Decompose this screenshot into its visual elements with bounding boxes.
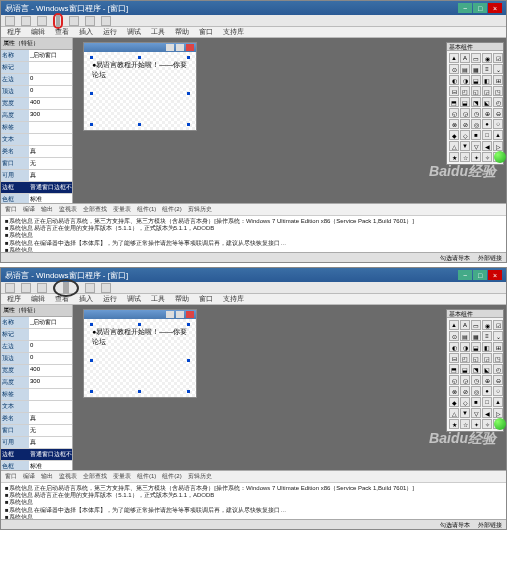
toolbox-tool[interactable]: ✦ bbox=[471, 419, 481, 429]
property-value[interactable]: 真 bbox=[29, 170, 72, 181]
property-value[interactable]: 0 bbox=[29, 353, 72, 364]
toolbox-tool[interactable]: ★ bbox=[449, 419, 459, 429]
tab-item[interactable]: 剪辑历史 bbox=[188, 472, 212, 481]
toolbox-tool[interactable]: ▤ bbox=[460, 64, 470, 74]
toolbox-tool[interactable]: □ bbox=[482, 130, 492, 140]
toolbox-tool[interactable]: ◶ bbox=[460, 375, 470, 385]
toolbox-tool[interactable]: ◇ bbox=[460, 397, 470, 407]
property-row[interactable]: 文本 bbox=[1, 401, 72, 413]
toolbox-tool[interactable]: ⊘ bbox=[460, 386, 470, 396]
toolbox-tool[interactable]: ◵ bbox=[449, 108, 459, 118]
tool-save-icon[interactable] bbox=[37, 283, 47, 293]
toolbox-tool[interactable]: ◎ bbox=[471, 119, 481, 129]
handle-icon[interactable] bbox=[187, 123, 190, 126]
property-value[interactable]: _启动窗口 bbox=[29, 50, 72, 61]
handle-icon[interactable] bbox=[90, 390, 93, 393]
property-row[interactable]: 标签 bbox=[1, 122, 72, 134]
toolbox-tool[interactable]: ▽ bbox=[471, 408, 481, 418]
property-value[interactable] bbox=[29, 122, 72, 133]
menu-item[interactable]: 程序 bbox=[7, 294, 21, 304]
toolbox-tool[interactable]: ◧ bbox=[482, 75, 492, 85]
form-close-icon[interactable] bbox=[186, 311, 194, 318]
toolbox-tool[interactable]: ◆ bbox=[449, 130, 459, 140]
property-value[interactable]: 真 bbox=[29, 437, 72, 448]
property-row[interactable]: 类名真 bbox=[1, 413, 72, 425]
property-row[interactable]: 宽度400 bbox=[1, 365, 72, 377]
toolbox-tool[interactable]: ▲ bbox=[493, 397, 503, 407]
handle-icon[interactable] bbox=[138, 390, 141, 393]
assistant-icon[interactable] bbox=[494, 418, 506, 430]
toolbox-tool[interactable]: △ bbox=[449, 408, 459, 418]
toolbox-tool[interactable]: ◀ bbox=[482, 141, 492, 151]
maximize-button[interactable]: □ bbox=[473, 270, 487, 280]
menu-item[interactable]: 调试 bbox=[127, 27, 141, 37]
toolbox-tool[interactable]: ◷ bbox=[471, 375, 481, 385]
toolbox-tool[interactable]: ⊞ bbox=[493, 75, 503, 85]
toolbox-tool[interactable]: ◉ bbox=[482, 53, 492, 63]
property-value[interactable] bbox=[29, 62, 72, 73]
tab-item[interactable]: 组件(1) bbox=[137, 205, 156, 214]
toolbox-tool[interactable]: ⬒ bbox=[449, 97, 459, 107]
toolbox-tool[interactable]: ⬓ bbox=[471, 342, 481, 352]
handle-icon[interactable] bbox=[90, 123, 93, 126]
property-row[interactable]: 色框标准 bbox=[1, 194, 72, 203]
toolbox-tool[interactable]: ◷ bbox=[471, 108, 481, 118]
property-value[interactable] bbox=[29, 389, 72, 400]
toolbox-tool[interactable]: ◐ bbox=[449, 342, 459, 352]
close-button[interactable]: × bbox=[488, 270, 502, 280]
close-button[interactable]: × bbox=[488, 3, 502, 13]
toolbox-tool[interactable]: ◲ bbox=[482, 353, 492, 363]
menu-item[interactable]: 运行 bbox=[103, 27, 117, 37]
toolbox-tool[interactable]: ≡ bbox=[482, 331, 492, 341]
toolbox-tool[interactable]: ▲ bbox=[493, 130, 503, 140]
handle-icon[interactable] bbox=[90, 92, 93, 95]
toolbox-tool[interactable]: ✧ bbox=[482, 152, 492, 162]
design-canvas[interactable]: ●易语言教程开始啦！——你要论坛 基本组件 ▲A▭◉☑⊙▤▦≡⌄◐◑⬓◧⊞⊟◰◱… bbox=[73, 38, 506, 203]
toolbox-tool[interactable]: ◱ bbox=[471, 353, 481, 363]
property-value[interactable]: 真 bbox=[29, 413, 72, 424]
design-canvas[interactable]: ●易语言教程开始啦！——你要论坛 基本组件 ▲A▭◉☑⊙▤▦≡⌄◐◑⬓◧⊞⊟◰◱… bbox=[73, 305, 506, 470]
toolbox-tool[interactable]: ● bbox=[482, 386, 492, 396]
menu-item[interactable]: 程序 bbox=[7, 27, 21, 37]
toolbox-tool[interactable]: ⊕ bbox=[482, 108, 492, 118]
tool-align2-icon[interactable] bbox=[58, 15, 60, 27]
property-value[interactable]: 真 bbox=[29, 146, 72, 157]
property-value[interactable]: 0 bbox=[29, 74, 72, 85]
toolbox-tool[interactable]: ◴ bbox=[493, 364, 503, 374]
menu-item[interactable]: 调试 bbox=[127, 294, 141, 304]
handle-icon[interactable] bbox=[90, 323, 93, 326]
toolbox-tool[interactable]: ⊟ bbox=[449, 86, 459, 96]
toolbox-tool[interactable]: ☑ bbox=[493, 320, 503, 330]
toolbox-tool[interactable]: ▷ bbox=[493, 141, 503, 151]
tab-item[interactable]: 编译 bbox=[23, 472, 35, 481]
property-value[interactable]: _启动窗口 bbox=[29, 317, 72, 328]
toolbox-tool[interactable]: ☆ bbox=[460, 419, 470, 429]
form-window[interactable]: ●易语言教程开始啦！——你要论坛 bbox=[83, 42, 197, 131]
menu-item[interactable]: 帮助 bbox=[175, 294, 189, 304]
tab-item[interactable]: 监视表 bbox=[59, 205, 77, 214]
toolbox-tool[interactable]: ◵ bbox=[449, 375, 459, 385]
tool-open-icon[interactable] bbox=[21, 283, 31, 293]
property-row[interactable]: 标记 bbox=[1, 62, 72, 74]
toolbox-tool[interactable]: ☑ bbox=[493, 53, 503, 63]
minimize-button[interactable]: − bbox=[458, 270, 472, 280]
toolbox-tool[interactable]: ⌄ bbox=[493, 331, 503, 341]
form-body[interactable]: ●易语言教程开始啦！——你要论坛 bbox=[84, 319, 196, 397]
menu-item[interactable]: 工具 bbox=[151, 294, 165, 304]
tab-item[interactable]: 全部查找 bbox=[83, 472, 107, 481]
property-value[interactable]: 普通窗口边框不能改… bbox=[29, 182, 72, 193]
toolbox-tool[interactable]: ◴ bbox=[493, 97, 503, 107]
tab-item[interactable]: 变量表 bbox=[113, 205, 131, 214]
property-value[interactable]: 400 bbox=[29, 98, 72, 109]
property-value[interactable]: 标准 bbox=[29, 461, 72, 470]
menu-item[interactable]: 插入 bbox=[79, 294, 93, 304]
toolbox-tool[interactable]: ⊘ bbox=[460, 119, 470, 129]
menu-item[interactable]: 编辑 bbox=[31, 294, 45, 304]
menu-item[interactable]: 支持库 bbox=[223, 27, 244, 37]
property-row[interactable]: 宽度400 bbox=[1, 98, 72, 110]
property-row[interactable]: 边框普通窗口边框不能改… bbox=[1, 182, 72, 194]
tab-item[interactable]: 组件(2) bbox=[162, 205, 181, 214]
property-row[interactable]: 色框标准 bbox=[1, 461, 72, 470]
tool-run-icon[interactable] bbox=[69, 16, 79, 26]
property-value[interactable]: 无 bbox=[29, 158, 72, 169]
